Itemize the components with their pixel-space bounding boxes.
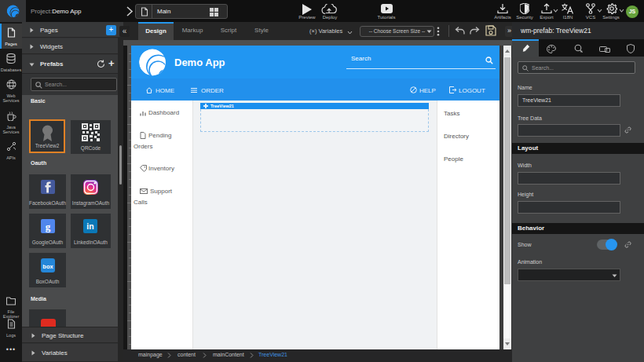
- svg-text:in: in: [86, 221, 93, 231]
- svg-text:box: box: [42, 263, 53, 270]
- svg-text:g: g: [46, 221, 51, 232]
